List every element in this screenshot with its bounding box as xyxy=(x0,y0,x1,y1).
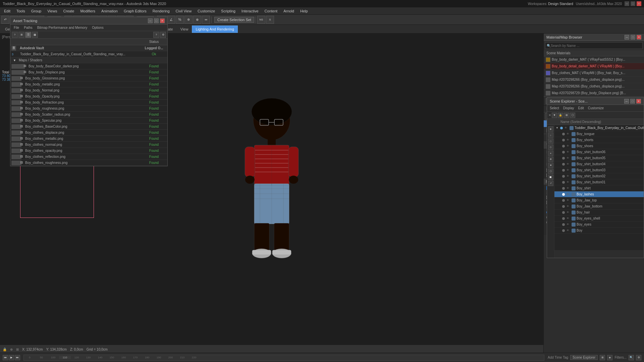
add-time-tag-btn[interactable]: Add Time Tag xyxy=(548,356,568,359)
menu-item-interactive[interactable]: Interactive xyxy=(239,8,261,14)
se-icon-4[interactable]: ◇ xyxy=(548,144,553,150)
menu-item-animation[interactable]: Animation xyxy=(99,8,120,14)
map-row-10[interactable]: 🖼 Boy_body_Specular.png Found xyxy=(10,118,167,124)
se-node-btn04[interactable]: 👁 Boy_shirt_button04 xyxy=(554,161,644,167)
mat-item-5[interactable]: Map #2070298266 (Boy_clothes_displace.pn… xyxy=(544,83,644,90)
map-row-14[interactable]: 🖼 Boy_clothes_normal.png Found xyxy=(10,142,167,148)
at-help-btn[interactable]: ? xyxy=(153,32,159,38)
map-row-7[interactable]: 🖼 Boy_body_Refraction.png Found xyxy=(10,100,167,106)
map-row-15[interactable]: 🖼 Boy_clothes_opacity.png Found xyxy=(10,148,167,154)
se-node-btn06[interactable]: 👁 Boy_shirt_button06 xyxy=(554,149,644,155)
at-paths-menu[interactable]: Paths xyxy=(22,26,35,29)
tab-lighting-rendering[interactable]: Lighting And Rendering xyxy=(192,25,237,33)
se-customize-menu[interactable]: Customize xyxy=(587,106,605,110)
mat-minimize-btn[interactable]: ─ xyxy=(625,35,629,40)
play-btn[interactable]: ▶ xyxy=(9,355,14,360)
se-display-menu[interactable]: Display xyxy=(562,106,576,110)
asset-table-body[interactable]: 🗄 Autodesk Vault Logged O... 3 Toddler_B… xyxy=(10,45,167,166)
mat-item-6[interactable]: Map #2070298729 (Boy_body_Displace.png) … xyxy=(544,90,644,97)
mat-close-btn[interactable]: ✕ xyxy=(637,35,641,40)
se-node-jaw-bot[interactable]: 👁 Boy_Jaw_bottom xyxy=(554,203,644,209)
se-clear-icon[interactable]: ✕ xyxy=(548,113,551,117)
status-btn-2[interactable]: ◈ xyxy=(607,355,612,360)
percent-snap-button[interactable]: % xyxy=(176,16,184,24)
se-node-shorts[interactable]: 👁 Boy_shorts xyxy=(554,137,644,143)
se-close[interactable]: ✕ xyxy=(636,99,641,104)
map-row-11[interactable]: 🖼 Boy_clothes_BaseColor.png Found xyxy=(10,124,167,130)
se-icon-9[interactable]: 🔲 xyxy=(548,175,553,180)
tab-view[interactable]: View xyxy=(177,25,192,33)
se-minimize[interactable]: ─ xyxy=(624,99,629,104)
menu-item-customize[interactable]: Customize xyxy=(195,8,218,14)
se-icon-3[interactable]: □ xyxy=(548,138,553,144)
close-button[interactable]: ✕ xyxy=(637,1,641,6)
mat-maximize-btn[interactable]: □ xyxy=(631,35,635,40)
scene-explorer-tab[interactable]: Scene Explorer xyxy=(570,355,598,360)
vault-row[interactable]: 🗄 Autodesk Vault Logged O... xyxy=(10,45,167,51)
se-node-btn03[interactable]: 👁 Boy_shirt_button03 xyxy=(554,167,644,173)
se-expand-root[interactable]: ▼ xyxy=(556,126,558,129)
mat-item-3[interactable]: Boy_clothes_MAT ( VRayMtl ) [Boy_hair, B… xyxy=(544,70,644,76)
map-row-3[interactable]: 🖼 Boy_body_Glossiness.png Found xyxy=(10,75,167,81)
se-expand-btn[interactable]: ⬡ xyxy=(570,113,575,118)
maps-group-row[interactable]: ▼ Maps / Shaders xyxy=(10,57,167,63)
at-minimize[interactable]: ─ xyxy=(148,18,153,23)
mat-item-1[interactable]: Boy_body_darker_MAT ( VRayFastSSS2 ) [Bo… xyxy=(544,56,644,63)
se-select-menu[interactable]: Select xyxy=(548,106,560,110)
at-btn-2[interactable]: ⊞ xyxy=(18,32,24,38)
map-row-2[interactable]: 🖼 Boy_body_Displace.png Found xyxy=(10,69,167,75)
menu-item-help[interactable]: Help xyxy=(298,8,311,14)
at-file-menu[interactable]: File xyxy=(12,26,21,29)
next-frame-btn[interactable]: ⏭ xyxy=(15,355,20,360)
se-node-shoes[interactable]: 👁 Boy_shoes xyxy=(554,143,644,149)
map-row-16[interactable]: 🖼 Boy_clothes_reflection.png Found xyxy=(10,154,167,160)
se-icon-10[interactable]: ↗ xyxy=(548,181,553,186)
se-node-tongue[interactable]: 👁 Boy_tongue xyxy=(554,131,644,137)
menu-item-content[interactable]: Content xyxy=(262,8,280,14)
map-row-12[interactable]: 🖼 Boy_clothes_displace.png Found xyxy=(10,130,167,136)
at-options-menu[interactable]: Options xyxy=(90,26,105,29)
at-close[interactable]: ✕ xyxy=(160,18,165,23)
mat-search-input[interactable] xyxy=(551,44,641,48)
angle-snap-button[interactable]: ∠ xyxy=(167,16,175,24)
at-settings-btn[interactable]: ⚙ xyxy=(160,32,166,38)
se-node-jaw-top[interactable]: 👁 Boy_Jaw_top xyxy=(554,197,644,203)
map-row-1[interactable]: 🖼 Boy_body_BaseColor_darker.png Found xyxy=(10,63,167,69)
snap-button[interactable]: ✲ xyxy=(184,16,193,24)
menu-item-views[interactable]: Views xyxy=(45,8,60,14)
map-row-6[interactable]: 🖼 Boy_body_Opacity.png Found xyxy=(10,94,167,100)
map-row-8[interactable]: 🖼 Boy_body_roughness.png Found xyxy=(10,106,167,112)
at-btn-1[interactable]: ? xyxy=(12,32,18,38)
se-node-hair[interactable]: 👁 Boy_hair xyxy=(554,209,644,216)
maximize-button[interactable]: □ xyxy=(631,1,635,6)
se-node-eyes[interactable]: 👁 Boy_eyes xyxy=(554,222,644,228)
minimize-button[interactable]: ─ xyxy=(625,1,629,6)
menu-item-arnold[interactable]: Arnold xyxy=(281,8,297,14)
se-filter-btn[interactable]: ▼ xyxy=(552,113,557,118)
menu-item-group[interactable]: Group xyxy=(29,8,44,14)
se-icon-2[interactable]: ○ xyxy=(548,132,553,138)
se-hierarchy-btn[interactable]: ⊞ xyxy=(564,113,569,118)
se-icon-5[interactable]: ≡ xyxy=(548,150,553,156)
menu-item-scripting[interactable]: Scripting xyxy=(218,8,238,14)
se-tree[interactable]: ▼ 👁 Toddler_Black_Boy_Everyday_in_Casual… xyxy=(554,125,644,250)
se-node-shirt[interactable]: 👁 Boy_shirt xyxy=(554,185,644,191)
main-file-row[interactable]: 3 Toddler_Black_Boy_Everyday_in_Casual_O… xyxy=(10,51,167,57)
mat-item-4[interactable]: Map #2070298266 (Boy_clothes_displace.pn… xyxy=(544,76,644,83)
se-lock-btn[interactable]: 🔒 xyxy=(558,113,563,118)
map-row-13[interactable]: 🖼 Boy_clothes_metallic.png Found xyxy=(10,136,167,142)
se-node-btn05[interactable]: 👁 Boy_shirt_button05 xyxy=(554,155,644,161)
se-icon-6[interactable]: ⊕ xyxy=(548,157,553,162)
se-root-row[interactable]: ▼ 👁 Toddler_Black_Boy_Everyday_in_Casual… xyxy=(554,125,644,131)
se-node-eyes-shell[interactable]: 👁 Boy_eyes_shell xyxy=(554,216,644,222)
menu-item-rendering[interactable]: Rendering xyxy=(150,8,172,14)
map-row-5[interactable]: 🖼 Boy_body_Normal.png Found xyxy=(10,87,167,94)
status-btn-3[interactable]: 🔍 xyxy=(629,355,634,360)
menu-item-tools[interactable]: Tools xyxy=(14,8,28,14)
schematic-button[interactable]: S xyxy=(266,16,274,24)
se-node-boy[interactable]: 👁 Boy xyxy=(554,228,644,234)
named-sel-button[interactable]: NS xyxy=(257,16,265,24)
at-maximize[interactable]: □ xyxy=(154,18,159,23)
at-btn-3[interactable]: ☰ xyxy=(25,32,31,38)
menu-item-civil-view[interactable]: Civil View xyxy=(173,8,194,14)
